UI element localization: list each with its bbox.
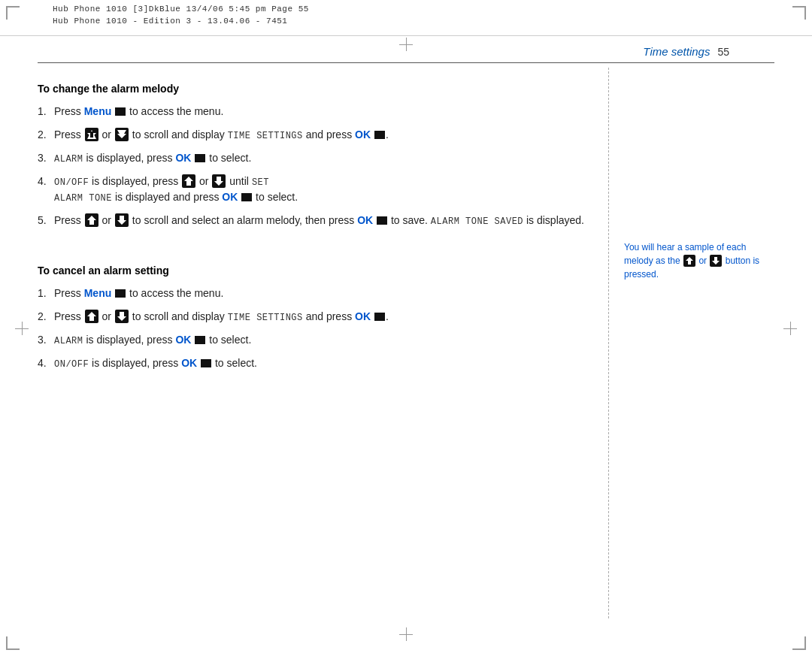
step-num: 3. <box>38 332 54 348</box>
ok-button-icon <box>241 193 252 201</box>
nav-up-icon <box>85 128 98 141</box>
corner-mark-br <box>792 636 806 650</box>
time-settings-label: TIME SETTINGS <box>228 131 303 141</box>
step-num: 2. <box>38 127 54 143</box>
ok-label: OK <box>355 128 371 141</box>
step-text: ALARM is displayed, press OK to select. <box>54 150 593 166</box>
step-2-3: 3. ALARM is displayed, press OK to selec… <box>38 332 593 348</box>
onoff-label: ON/OFF <box>54 177 89 188</box>
main-content: To change the alarm melody 1. Press Menu… <box>38 68 774 618</box>
ok-label: OK <box>175 334 191 346</box>
section2-title: To cancel an alarm setting <box>38 265 593 277</box>
crosshair-bottom <box>399 627 413 641</box>
menu-button-icon <box>115 107 126 116</box>
step-num: 1. <box>38 286 54 301</box>
section-divider <box>38 236 593 249</box>
step-1-5: 5. Press or to scroll and select an alar… <box>38 213 593 228</box>
menu-label: Menu <box>84 287 112 299</box>
step-num: 4. <box>38 174 54 205</box>
step-2-4: 4. ON/OFF is displayed, press OK to sele… <box>38 355 593 371</box>
ok-label: OK <box>175 152 191 164</box>
header-line2: Hub Phone 1010 - Edition 3 - 13.04.06 - … <box>53 17 287 26</box>
left-column: To change the alarm melody 1. Press Menu… <box>38 68 609 618</box>
step-num: 3. <box>38 150 54 166</box>
step-text: Press Menu to access the menu. <box>54 286 593 301</box>
crosshair-right <box>783 322 797 335</box>
section1-title: To change the alarm melody <box>38 83 593 95</box>
step-text: ON/OFF is displayed, press OK to select. <box>54 355 593 371</box>
ok-label: OK <box>355 310 371 322</box>
step-num: 4. <box>38 355 54 371</box>
step-1-1: 1. Press Menu to access the menu. <box>38 104 593 119</box>
page-title: Time settings <box>643 45 710 58</box>
nav-down-icon <box>115 213 129 227</box>
step-2-2: 2. Press or to scroll and display TIME S… <box>38 309 593 325</box>
onoff-label: ON/OFF <box>54 359 89 370</box>
menu-label: Menu <box>84 105 112 117</box>
step-text: Press or to scroll and display TIME SETT… <box>54 127 593 143</box>
right-column: You will hear a sample of each melody as… <box>609 68 774 618</box>
ok-button-icon <box>195 336 205 344</box>
ok-button-icon <box>195 154 205 162</box>
ok-label: OK <box>357 214 373 226</box>
step-2-1: 1. Press Menu to access the menu. <box>38 286 593 301</box>
time-settings-label: TIME SETTINGS <box>228 313 303 323</box>
step-text: ON/OFF is displayed, press or until SETA… <box>54 174 593 205</box>
corner-mark-bl <box>6 636 20 650</box>
ok-label: OK <box>222 191 238 203</box>
menu-button-icon <box>115 289 126 298</box>
step-num: 2. <box>38 309 54 325</box>
crosshair-left <box>15 322 29 335</box>
nav-up-icon-side <box>683 255 695 267</box>
nav-up-icon <box>182 174 195 188</box>
step-text: ALARM is displayed, press OK to select. <box>54 332 593 348</box>
header-area: Hub Phone 1010 [3]DkBlue 13/4/06 5:45 pm… <box>0 0 812 36</box>
alarm-label: ALARM <box>54 154 83 165</box>
step-num: 1. <box>38 104 54 119</box>
nav-down-icon-side <box>710 255 722 267</box>
step-text: Press Menu to access the menu. <box>54 104 593 119</box>
step-1-3: 3. ALARM is displayed, press OK to selec… <box>38 150 593 166</box>
step-text: Press or to scroll and select an alarm m… <box>54 213 593 228</box>
ok-button-icon <box>374 131 385 139</box>
ok-button-icon <box>374 313 385 321</box>
alarm-label: ALARM <box>54 336 83 346</box>
ok-label: OK <box>181 357 197 369</box>
step-num: 5. <box>38 213 54 228</box>
nav-down-icon <box>115 128 129 141</box>
page-number: 55 <box>717 46 729 58</box>
ok-button-icon <box>201 359 211 367</box>
step-1-4: 4. ON/OFF is displayed, press or until S… <box>38 174 593 205</box>
svg-rect-3 <box>90 132 93 138</box>
header-line1: Hub Phone 1010 [3]DkBlue 13/4/06 5:45 pm… <box>53 5 309 14</box>
step-1-2: 2. Press or to scroll and display TIME S… <box>38 127 593 143</box>
nav-up-icon <box>85 213 98 227</box>
nav-up-icon <box>85 310 98 323</box>
nav-down-icon <box>212 174 226 188</box>
alarm-tone-saved-label: ALARM TONE SAVED <box>431 216 523 227</box>
ok-button-icon <box>377 216 387 225</box>
nav-down-icon <box>115 310 129 323</box>
side-note: You will hear a sample of each melody as… <box>624 240 774 281</box>
page-title-area: Time settings 55 <box>38 45 774 63</box>
step-text: Press or to scroll and display TIME SETT… <box>54 309 593 325</box>
